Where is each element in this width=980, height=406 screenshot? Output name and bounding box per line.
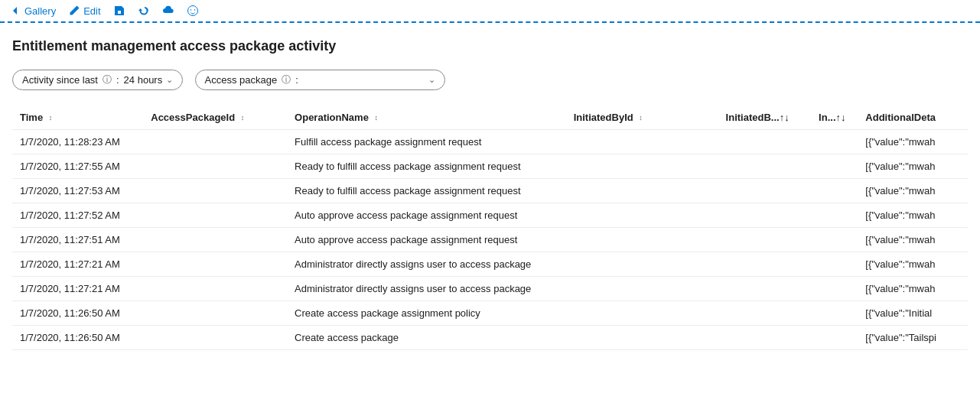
cell-in (811, 326, 858, 350)
cell-additionalDeta: [{"value":"mwah (858, 179, 968, 203)
cell-accessPackageId (143, 130, 287, 154)
save-icon (113, 5, 125, 17)
cell-additionalDeta: [{"value":"mwah (858, 203, 968, 228)
cell-time: 1/7/2020, 11:26:50 AM (12, 326, 143, 350)
cell-initiatedB (718, 154, 812, 179)
activity-dropdown[interactable]: 24 hours 7 days 30 days ⌄ (124, 74, 173, 86)
cell-initiatedById (566, 326, 718, 350)
cell-operationName: Ready to fulfill access package assignme… (287, 154, 566, 179)
edit-label: Edit (83, 5, 100, 17)
save-button[interactable] (113, 5, 125, 17)
toolbar: Gallery Edit (0, 0, 980, 23)
activity-filter[interactable]: Activity since last ⓘ : 24 hours 7 days … (12, 70, 183, 90)
emoji-button[interactable] (187, 5, 199, 17)
cell-in (811, 179, 858, 203)
cell-in (811, 203, 858, 228)
table-header: Time ↕ AccessPackageId ↕ OperationName ↕… (12, 106, 968, 130)
cloud-icon (162, 5, 174, 17)
refresh-button[interactable] (138, 5, 150, 17)
cell-additionalDeta: [{"value":"mwah (858, 154, 968, 179)
col-header-in[interactable]: In...↑↓ (811, 106, 858, 130)
cell-operationName: Auto approve access package assignment r… (287, 228, 566, 252)
access-package-filter-label: Access package (205, 74, 278, 86)
table-row[interactable]: 1/7/2020, 11:26:50 AMCreate access packa… (12, 301, 968, 326)
cell-time: 1/7/2020, 11:27:21 AM (12, 252, 143, 277)
cell-initiatedById (566, 252, 718, 277)
package-select[interactable] (303, 74, 425, 86)
cell-time: 1/7/2020, 11:27:52 AM (12, 203, 143, 228)
cell-accessPackageId (143, 154, 287, 179)
edit-icon (68, 5, 80, 17)
package-chevron-icon: ⌄ (428, 75, 435, 85)
table-row[interactable]: 1/7/2020, 11:27:55 AMReady to fulfill ac… (12, 154, 968, 179)
col-header-time[interactable]: Time ↕ (12, 106, 143, 130)
cell-initiatedById (566, 301, 718, 326)
gallery-button[interactable]: Gallery (9, 5, 56, 17)
cell-accessPackageId (143, 179, 287, 203)
opname-sort-icon: ↕ (375, 115, 379, 122)
cell-initiatedById (566, 154, 718, 179)
arrow-left-icon (9, 5, 21, 17)
activity-select[interactable]: 24 hours 7 days 30 days (124, 74, 163, 86)
cell-initiatedById (566, 179, 718, 203)
edit-button[interactable]: Edit (68, 5, 100, 17)
cell-operationName: Administrator directly assigns user to a… (287, 277, 566, 301)
cell-operationName: Auto approve access package assignment r… (287, 203, 566, 228)
cell-time: 1/7/2020, 11:27:53 AM (12, 179, 143, 203)
cell-time: 1/7/2020, 11:27:51 AM (12, 228, 143, 252)
cell-in (811, 252, 858, 277)
gallery-label: Gallery (24, 5, 56, 17)
cell-additionalDeta: [{"value":"Tailspi (858, 326, 968, 350)
package-dropdown[interactable]: ⌄ (303, 74, 435, 86)
cell-additionalDeta: [{"value":"mwah (858, 130, 968, 154)
cell-time: 1/7/2020, 11:27:55 AM (12, 154, 143, 179)
activity-chevron-icon: ⌄ (166, 75, 173, 85)
table-row[interactable]: 1/7/2020, 11:26:50 AMCreate access packa… (12, 326, 968, 350)
page-title: Entitlement management access package ac… (12, 38, 968, 54)
header-row: Time ↕ AccessPackageId ↕ OperationName ↕… (12, 106, 968, 130)
table-row[interactable]: 1/7/2020, 11:27:52 AMAuto approve access… (12, 203, 968, 228)
cell-operationName: Create access package (287, 326, 566, 350)
cell-accessPackageId (143, 252, 287, 277)
table-body: 1/7/2020, 11:28:23 AMFulfill access pack… (12, 130, 968, 350)
col-header-accesspackageid[interactable]: AccessPackageId ↕ (143, 106, 287, 130)
time-sort-icon: ↕ (49, 115, 53, 122)
table-row[interactable]: 1/7/2020, 11:27:21 AMAdministrator direc… (12, 277, 968, 301)
cell-initiatedById (566, 277, 718, 301)
cell-accessPackageId (143, 326, 287, 350)
table-row[interactable]: 1/7/2020, 11:27:51 AMAuto approve access… (12, 228, 968, 252)
cell-initiatedById (566, 203, 718, 228)
cell-initiatedB (718, 130, 812, 154)
cell-operationName: Create access package assignment policy (287, 301, 566, 326)
cloud-button[interactable] (162, 5, 174, 17)
cell-accessPackageId (143, 228, 287, 252)
col-header-initiatedbyid[interactable]: InitiatedById ↕ (566, 106, 718, 130)
table-row[interactable]: 1/7/2020, 11:27:21 AMAdministrator direc… (12, 252, 968, 277)
cell-additionalDeta: [{"value":"mwah (858, 277, 968, 301)
cell-in (811, 228, 858, 252)
col-header-initiatedb[interactable]: InitiatedB...↑↓ (718, 106, 812, 130)
cell-initiatedById (566, 228, 718, 252)
access-package-filter[interactable]: Access package ⓘ : ⌄ (195, 70, 445, 90)
cell-in (811, 301, 858, 326)
cell-additionalDeta: [{"value":"mwah (858, 228, 968, 252)
cell-initiatedB (718, 228, 812, 252)
table-row[interactable]: 1/7/2020, 11:27:53 AMReady to fulfill ac… (12, 179, 968, 203)
col-header-operationname[interactable]: OperationName ↕ (287, 106, 566, 130)
cell-initiatedB (718, 277, 812, 301)
cell-initiatedB (718, 326, 812, 350)
page-content: Entitlement management access package ac… (0, 23, 980, 365)
cell-time: 1/7/2020, 11:27:21 AM (12, 277, 143, 301)
cell-operationName: Ready to fulfill access package assignme… (287, 179, 566, 203)
col-header-additionaldata[interactable]: AdditionalDeta (858, 106, 968, 130)
cell-initiatedB (718, 252, 812, 277)
refresh-icon (138, 5, 150, 17)
cell-additionalDeta: [{"value":"mwah (858, 252, 968, 277)
cell-in (811, 277, 858, 301)
table-row[interactable]: 1/7/2020, 11:28:23 AMFulfill access pack… (12, 130, 968, 154)
filter-colon: : (116, 74, 119, 86)
cell-operationName: Administrator directly assigns user to a… (287, 252, 566, 277)
svg-point-0 (187, 6, 197, 16)
cell-time: 1/7/2020, 11:28:23 AM (12, 130, 143, 154)
svg-point-1 (190, 9, 191, 11)
